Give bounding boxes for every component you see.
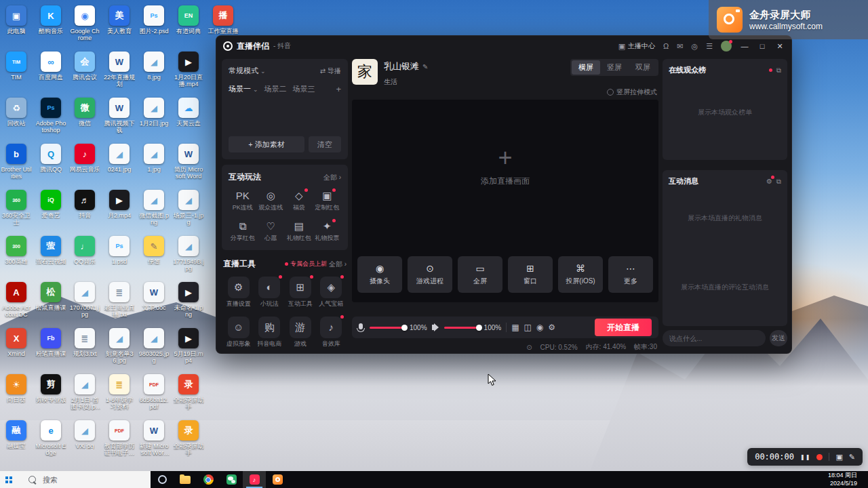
source-button[interactable]: ◉摄像头 xyxy=(357,256,402,293)
live-preview-area[interactable]: + 添加直播画面 ◉摄像头⊙游戏进程▭全屏⊞窗口⌘投屏(iOS)⋯更多 xyxy=(352,100,658,302)
desktop-icon[interactable]: ☀向日葵 xyxy=(1,374,32,403)
desktop-icon[interactable]: ◢微信截图.png xyxy=(138,190,170,226)
desktop-icon[interactable]: 播工作室直播 xyxy=(208,5,239,35)
clear-button[interactable]: 清空 xyxy=(309,136,341,152)
desktop-icon[interactable]: ≣规划3.txt xyxy=(69,328,100,357)
desktop-icon[interactable]: Fb粉笔直播课 xyxy=(35,328,66,357)
feedback-icon[interactable]: ◎ xyxy=(692,42,698,51)
desktop-icon[interactable]: ♬抖音 xyxy=(69,190,100,219)
tool-item[interactable]: ☺虚拟形象 xyxy=(223,317,254,348)
chat-input[interactable] xyxy=(663,330,766,346)
desktop-icon[interactable]: ◢17070071.jpg xyxy=(69,282,100,319)
search-input[interactable] xyxy=(41,475,125,485)
room-category[interactable]: 生活 xyxy=(384,77,428,87)
desktop-icon[interactable]: ◢场景三-1.jpg xyxy=(173,190,204,226)
desktop-icon[interactable]: ◢9803025.jpg xyxy=(138,328,170,365)
message-icon[interactable]: ✉ xyxy=(677,42,683,51)
interact-all-link[interactable]: 全部 › xyxy=(323,173,341,182)
desktop-icon[interactable]: ✎便签 xyxy=(138,236,170,265)
tool-item[interactable]: 购抖音电商 xyxy=(254,317,285,348)
orientation-tab[interactable]: 竖屏 xyxy=(600,60,629,75)
speaker-volume-slider[interactable] xyxy=(444,327,479,329)
popout-icon[interactable]: ⧉ xyxy=(776,66,781,75)
scene-tab[interactable]: 场景一⌄ xyxy=(229,84,258,94)
pause-icon[interactable]: ❚❚ xyxy=(800,454,810,460)
desktop-icon[interactable]: ▶1月20日直播.mp4 xyxy=(173,52,204,88)
beauty-icon[interactable]: ▦ xyxy=(511,323,519,332)
desktop-icon[interactable]: bBrother Utilities xyxy=(1,144,32,180)
source-button[interactable]: ▭全屏 xyxy=(458,256,502,293)
taskbar-live-companion[interactable]: ♪ xyxy=(243,471,266,488)
taskbar-chrome[interactable] xyxy=(197,471,220,488)
desktop-icon[interactable]: ▶未命名-1.png xyxy=(173,282,204,319)
desktop-icon[interactable]: ♪网易云音乐 xyxy=(69,144,100,173)
desktop-icon[interactable]: ∞百度网盘 xyxy=(35,52,66,81)
send-button[interactable]: 发送 xyxy=(770,330,787,346)
source-button[interactable]: ⌘投屏(iOS) xyxy=(558,256,603,293)
desktop-icon[interactable]: W22年直播规划 xyxy=(104,52,135,88)
stretch-mode-option[interactable]: 竖屏拉伸模式 xyxy=(607,87,657,97)
desktop-icon[interactable]: ◢0241.jpg xyxy=(104,144,135,173)
add-scene-icon[interactable]: + xyxy=(336,84,341,94)
record-icon[interactable] xyxy=(816,454,823,460)
speaker-icon[interactable] xyxy=(432,325,435,330)
desktop-icon[interactable]: TIMTIM xyxy=(1,52,32,81)
desktop-icon[interactable]: 萤萤石云视频 xyxy=(35,236,66,265)
source-button[interactable]: ⋯更多 xyxy=(608,256,653,293)
director-toggle[interactable]: ⇄ 导播 xyxy=(320,66,341,76)
settings-icon[interactable]: ⚙ xyxy=(548,323,555,332)
desktop-icon[interactable]: W简历 Microsoft Word xyxy=(173,144,204,180)
desktop-icon[interactable]: PDF教育部学历证书电子注册备案表 xyxy=(104,420,135,457)
interact-item[interactable]: ◇福袋 xyxy=(285,190,313,212)
desktop-icon[interactable]: ◢1.jpg xyxy=(138,144,170,173)
scene-tab[interactable]: 场景三 xyxy=(293,84,315,94)
close-button[interactable]: ✕ xyxy=(775,42,785,51)
interact-item[interactable]: ♡心愿 xyxy=(257,220,285,243)
desktop-icon[interactable]: AAdobe Acrobat DC xyxy=(1,282,32,319)
desktop-icon[interactable]: 会腾讯会议 xyxy=(69,52,100,81)
mic-volume-slider[interactable] xyxy=(370,327,405,329)
desktop-icon[interactable]: iQ爱奇艺 xyxy=(35,190,66,219)
headset-icon[interactable]: Ω xyxy=(663,42,669,50)
room-avatar[interactable]: 家 xyxy=(352,59,378,85)
desktop-icon[interactable]: ◢1771549B.jpg xyxy=(173,236,204,272)
tool-item[interactable]: ◈人气宝箱 xyxy=(316,277,347,308)
orientation-tab[interactable]: 横屏 xyxy=(572,60,600,75)
interact-item[interactable]: ◎观众连线 xyxy=(257,190,285,212)
desktop-icon[interactable]: ≣1-6年级学习资料 xyxy=(104,374,135,411)
desktop-icon[interactable]: 融融媒宝 xyxy=(1,420,32,449)
tools-all-link[interactable]: 全部 › xyxy=(329,260,347,269)
desktop-icon[interactable]: ▶月2.mp4 xyxy=(104,190,135,219)
tool-item[interactable]: ⚙直播设置 xyxy=(223,277,254,308)
desktop-icon[interactable]: ≣老王商业直播.txt xyxy=(104,282,135,319)
interact-item[interactable]: ✦礼物投票 xyxy=(313,220,342,243)
window-titlebar[interactable]: 直播伴侣 - 抖音 ▣主播中心 Ω ✉ ◎ ☰ — □ ✕ xyxy=(216,36,791,56)
screenshot-icon[interactable]: ▣ xyxy=(835,453,842,462)
popout-icon[interactable]: ⧉ xyxy=(776,178,781,186)
message-settings-icon[interactable]: ⚙ xyxy=(766,178,772,185)
mode-selector[interactable]: 常规模式⌄ xyxy=(229,66,266,76)
interact-item[interactable]: ⧉分享红包 xyxy=(229,220,257,243)
tools-promo[interactable]: 专属会员上新全部 › xyxy=(285,260,347,269)
maximize-button[interactable]: □ xyxy=(757,42,767,50)
windows-start-icon[interactable] xyxy=(5,476,12,483)
tool-item[interactable]: 游游戏 xyxy=(285,317,316,348)
desktop-icon[interactable]: W文案.doc xyxy=(138,282,170,311)
taskbar-cortana[interactable] xyxy=(151,471,174,488)
camera-icon[interactable]: ◉ xyxy=(536,323,543,332)
taskbar-recorder[interactable] xyxy=(266,471,289,488)
start-live-button[interactable]: 开始直播 xyxy=(595,319,652,336)
scene-tab[interactable]: 场景二 xyxy=(264,84,287,94)
interact-item[interactable]: ▤礼物红包 xyxy=(285,220,313,243)
desktop-icon[interactable]: ▶5月19日.mp4 xyxy=(173,328,204,365)
desktop-icon[interactable]: EN有道词典 xyxy=(173,5,204,35)
tool-item[interactable]: ◐小玩法 xyxy=(254,277,285,308)
edit-icon[interactable]: ✎ xyxy=(422,63,428,70)
desktop-icon[interactable]: XXmind xyxy=(1,328,32,357)
annotate-icon[interactable]: ✎ xyxy=(849,453,855,462)
taskbar-search[interactable] xyxy=(0,471,151,488)
desktop-icon[interactable]: 录全能录屏助手 xyxy=(173,374,204,411)
taskbar-clock[interactable]: 18:04 周日 2024/5/19 xyxy=(828,472,857,487)
desktop-icon[interactable]: ▣此电脑 xyxy=(1,5,32,35)
user-avatar[interactable] xyxy=(721,41,732,52)
